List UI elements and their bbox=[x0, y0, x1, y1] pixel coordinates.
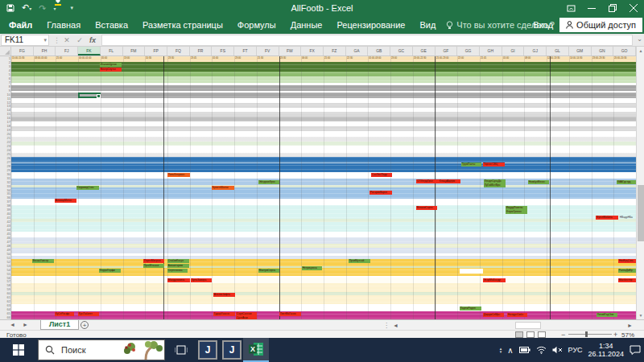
match-cell[interactable]: СтабикКосуо bbox=[167, 259, 189, 263]
match-cell[interactable]: ПортлМинрав bbox=[143, 259, 164, 263]
match-cell[interactable]: ЛяндлСунцДаЛуГойВстВрч bbox=[484, 179, 506, 187]
kickoff-time-cell[interactable]: 21:45 bbox=[481, 56, 502, 62]
prev-sheet-icon[interactable]: ◄ bbox=[10, 322, 15, 327]
column-header-FW[interactable]: FW bbox=[279, 47, 302, 56]
match-cell[interactable]: ФААГдстрд bbox=[617, 180, 636, 184]
zoom-slider-thumb[interactable] bbox=[585, 331, 588, 337]
kickoff-time-cell[interactable]: 00:00-01:00 bbox=[79, 56, 101, 62]
sign-in-link[interactable]: Вход bbox=[533, 20, 553, 30]
kickoff-time-cell[interactable]: 15:00-15:30 bbox=[12, 56, 34, 62]
column-headers[interactable]: FGFHFJFKFLFMFPFQFRFSFTFVFWFXFZGAGBGCGEGF… bbox=[11, 47, 636, 56]
page-break-view-icon[interactable] bbox=[538, 331, 546, 338]
match-cell[interactable]: КуСпРосфр bbox=[55, 312, 74, 316]
match-cell[interactable]: ЛистМаГаноч bbox=[279, 312, 301, 316]
match-cell[interactable]: ЛильКлермон bbox=[167, 173, 190, 177]
column-header-GE[interactable]: GE bbox=[413, 47, 436, 56]
match-cell[interactable]: ФерроГерфи bbox=[99, 269, 121, 273]
ribbon-tab-3[interactable]: Вставка bbox=[88, 16, 135, 34]
match-cell[interactable]: РаппаДиЕр bbox=[618, 269, 636, 273]
match-cell[interactable]: РосарикВарез bbox=[369, 191, 392, 195]
match-cell[interactable]: Макддловина bbox=[167, 278, 190, 282]
kickoff-time-cell[interactable]: 05:00 bbox=[101, 56, 123, 62]
kickoff-time-cell[interactable]: 23:30 bbox=[168, 56, 190, 62]
kickoff-time-cell[interactable]: 22:30 bbox=[347, 56, 369, 62]
kickoff-time-cell[interactable]: 21:00-23:00 bbox=[436, 56, 458, 62]
kickoff-time-cell[interactable]: 12:00-13:30 bbox=[547, 56, 569, 62]
match-cell[interactable]: ВенгрСлутск bbox=[100, 68, 122, 72]
horizontal-scrollbar[interactable]: ◄ ► bbox=[391, 321, 634, 330]
ribbon-tab-2[interactable]: Главная bbox=[39, 16, 88, 34]
kickoff-time-cell[interactable]: 13:00 bbox=[124, 56, 146, 62]
cancel-entry-icon[interactable]: ✕ bbox=[61, 35, 72, 46]
ribbon-tab-8[interactable]: Вид bbox=[412, 16, 443, 34]
taskbar-search-input[interactable]: Поиск bbox=[38, 339, 165, 360]
zoom-slider[interactable] bbox=[568, 334, 612, 335]
vertical-scrollbar[interactable]: ▲ ▼ bbox=[636, 47, 644, 319]
match-cell[interactable]: НВадрНБа bbox=[619, 216, 636, 220]
app-j-icon-1[interactable]: J bbox=[198, 340, 217, 360]
row-headers[interactable]: 1234567891011121314151617181920212223242… bbox=[0, 56, 11, 319]
column-header-FH[interactable]: FH bbox=[34, 47, 56, 56]
wifi-icon[interactable] bbox=[536, 346, 547, 354]
match-cell[interactable]: БрюггеШальк bbox=[212, 186, 234, 190]
match-cell[interactable]: ВенакУчистр bbox=[32, 259, 54, 263]
column-header-GF[interactable]: GF bbox=[436, 47, 458, 56]
kickoff-time-cell[interactable]: 01:00-03:00 bbox=[369, 56, 390, 62]
match-cell[interactable]: КлацдАдлрм bbox=[439, 179, 460, 183]
match-cell[interactable]: НикЕрцСма bbox=[618, 259, 636, 263]
column-header-FQ[interactable]: FQ bbox=[167, 47, 190, 56]
scroll-right-icon[interactable]: ► bbox=[627, 323, 633, 328]
insert-function-icon[interactable]: fx bbox=[87, 35, 98, 46]
cells-grid[interactable]: 15:00-15:3003:00-05:0021:0000:00-01:0005… bbox=[11, 56, 636, 319]
start-button[interactable] bbox=[0, 338, 37, 362]
action-center-icon[interactable] bbox=[630, 345, 641, 355]
scroll-up-icon[interactable]: ▲ bbox=[637, 48, 644, 53]
page-layout-view-icon[interactable] bbox=[526, 331, 535, 338]
name-box[interactable]: FK11▾ bbox=[1, 35, 49, 46]
kickoff-time-cell[interactable]: 21:00 bbox=[56, 56, 78, 62]
ribbon-tab-5[interactable]: Формулы bbox=[230, 16, 283, 34]
column-header-GB[interactable]: GB bbox=[368, 47, 390, 56]
match-cell[interactable]: МакгумСерна bbox=[258, 269, 279, 273]
task-view-icon[interactable] bbox=[171, 338, 192, 362]
next-sheet-icon[interactable]: ► bbox=[23, 322, 28, 327]
scroll-left-icon[interactable]: ◄ bbox=[393, 323, 398, 328]
match-cell[interactable]: НомбукМенкс bbox=[528, 180, 549, 184]
match-cell[interactable]: ИвддцРамтлаФлуокГрякон bbox=[506, 206, 527, 214]
kickoff-time-cell[interactable]: 23:00 bbox=[391, 56, 413, 62]
column-header-GJ[interactable]: GJ bbox=[524, 47, 547, 56]
kickoff-time-cell[interactable]: 06:00 bbox=[302, 56, 324, 62]
close-button[interactable] bbox=[623, 0, 644, 16]
column-header-FR[interactable]: FR bbox=[190, 47, 213, 56]
match-cell[interactable]: Серпнчкова bbox=[167, 269, 188, 273]
name-box-dropdown-icon[interactable]: ▾ bbox=[43, 35, 47, 45]
excel-taskbar-icon[interactable]: X bbox=[243, 338, 269, 362]
restore-button[interactable] bbox=[602, 0, 623, 16]
add-sheet-icon[interactable]: + bbox=[80, 321, 89, 329]
column-header-FT[interactable]: FT bbox=[234, 47, 257, 56]
match-cell[interactable]: НалдунСмбн bbox=[507, 313, 527, 317]
ribbon-tab-4[interactable]: Разметка страницы bbox=[135, 16, 230, 34]
match-cell[interactable]: КунЛабогет bbox=[78, 312, 99, 316]
search-highlight-image[interactable] bbox=[122, 340, 163, 360]
ribbon-tab-7[interactable]: Рецензирование bbox=[329, 16, 412, 34]
match-cell[interactable]: ИталияЦртов bbox=[100, 63, 122, 67]
kickoff-time-cell[interactable]: 20:00-22:30 bbox=[414, 56, 436, 62]
match-cell[interactable]: ПробЕльаси bbox=[143, 264, 164, 268]
match-cell[interactable]: ПарлжРодеп bbox=[460, 306, 481, 311]
kickoff-time-cell[interactable]: 21:30 bbox=[258, 56, 279, 62]
match-cell[interactable]: ТорносСВЦ bbox=[483, 162, 505, 167]
match-cell[interactable]: СанУинПодр bbox=[371, 173, 392, 177]
column-header-GH[interactable]: GH bbox=[480, 47, 502, 56]
column-header-FL[interactable]: FL bbox=[101, 47, 123, 56]
kickoff-time-cell[interactable]: 10:30 bbox=[146, 56, 167, 62]
match-cell[interactable]: Альявсбифта bbox=[213, 293, 235, 297]
kickoff-time-cell[interactable]: 03:00-05:00 bbox=[35, 56, 56, 62]
column-header-FG[interactable]: FG bbox=[11, 47, 34, 56]
match-cell[interactable]: ЭйндховФрос bbox=[258, 180, 279, 184]
column-header-FS[interactable]: FS bbox=[212, 47, 234, 56]
match-cell[interactable]: ЭсчрМаБандр bbox=[483, 278, 506, 282]
select-all-corner[interactable] bbox=[0, 47, 11, 56]
match-cell[interactable]: ДжрдмСпМрн bbox=[483, 313, 504, 317]
volume-muted-icon[interactable] bbox=[552, 346, 563, 354]
